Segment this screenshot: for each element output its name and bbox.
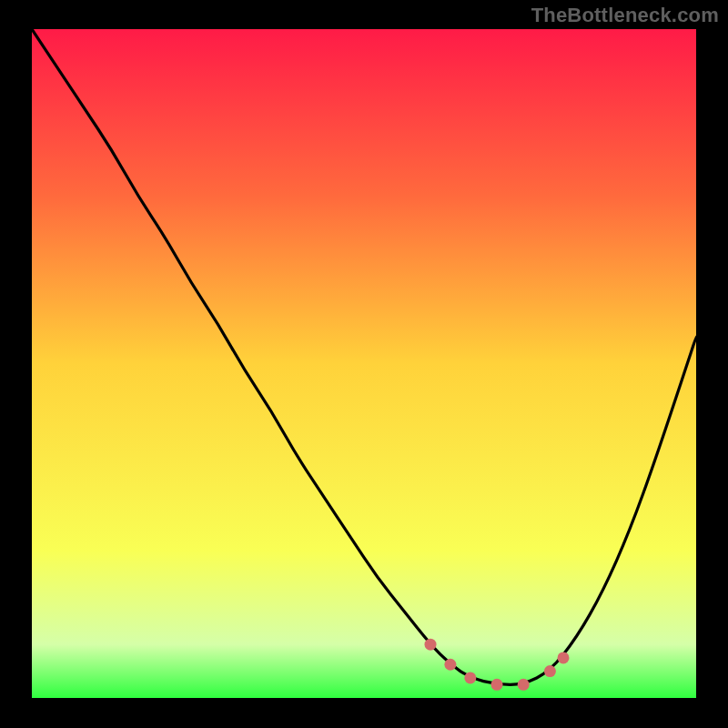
chart-container: TheBottleneck.com (0, 0, 728, 728)
gradient-background (32, 29, 696, 698)
curve-marker (491, 679, 503, 691)
curve-marker (518, 679, 530, 691)
plot-area (32, 29, 696, 698)
curve-marker (544, 665, 556, 677)
curve-marker (464, 672, 476, 683)
watermark-text: TheBottleneck.com (531, 4, 719, 27)
curve-marker (444, 659, 456, 671)
curve-marker (558, 652, 570, 663)
bottleneck-chart (32, 29, 696, 698)
curve-marker (425, 639, 437, 651)
